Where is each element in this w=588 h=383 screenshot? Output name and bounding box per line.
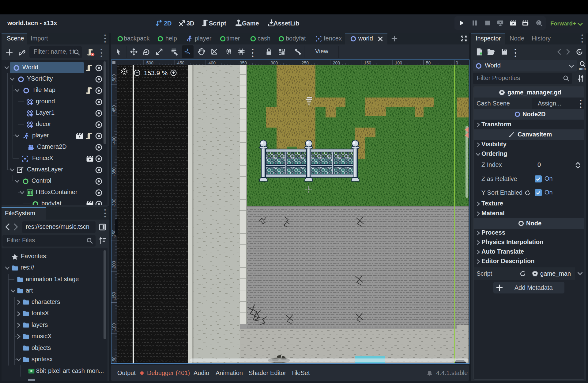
svg-text:DOC: DOC — [579, 67, 586, 71]
